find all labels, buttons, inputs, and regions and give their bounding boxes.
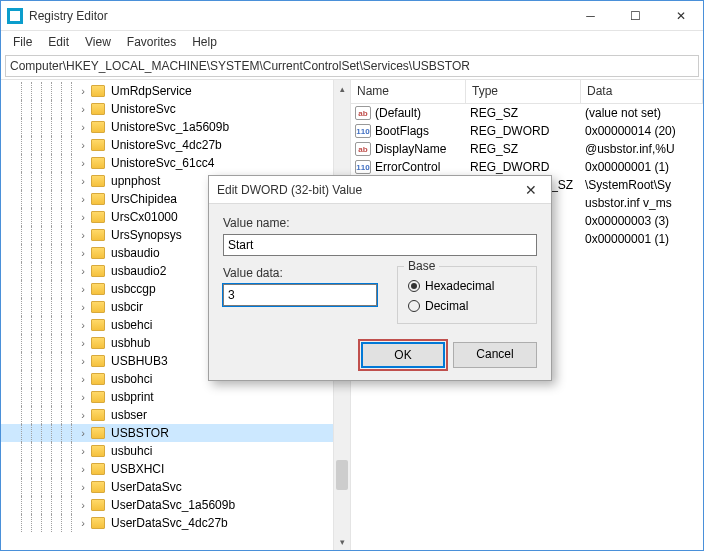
expand-icon[interactable]: › [77,391,89,403]
tree-node-usbxhci[interactable]: ›USBXHCI [1,460,350,478]
expand-icon[interactable]: › [77,319,89,331]
value-row[interactable]: 110ErrorControlREG_DWORD0x00000001 (1) [351,158,703,176]
folder-icon [91,373,105,385]
cancel-button[interactable]: Cancel [453,342,537,368]
folder-icon [91,319,105,331]
value-type: REG_DWORD [470,160,585,174]
scroll-up-icon[interactable]: ▴ [334,80,350,97]
expand-icon[interactable]: › [77,121,89,133]
value-name-input[interactable] [223,234,537,256]
value-row[interactable]: ab(Default)REG_SZ(value not set) [351,104,703,122]
value-row[interactable]: abDisplayNameREG_SZ@usbstor.inf,%U [351,140,703,158]
tree-label: usbprint [109,390,156,404]
dword-value-icon: 110 [355,124,371,138]
tree-node-userdatasvc_1a5609b[interactable]: ›UserDataSvc_1a5609b [1,496,350,514]
expand-icon[interactable]: › [77,445,89,457]
tree-label: UrsChipidea [109,192,179,206]
tree-node-usbser[interactable]: ›usbser [1,406,350,424]
edit-dword-dialog: Edit DWORD (32-bit) Value ✕ Value name: … [208,175,552,381]
expand-icon[interactable]: › [77,283,89,295]
tree-label: UnistoreSvc [109,102,178,116]
folder-icon [91,481,105,493]
tree-node-unistoresvc_1a5609b[interactable]: ›UnistoreSvc_1a5609b [1,118,350,136]
folder-icon [91,391,105,403]
menu-edit[interactable]: Edit [40,33,77,51]
tree-label: usbcir [109,300,145,314]
expand-icon[interactable]: › [77,229,89,241]
tree-node-umrdpservice[interactable]: ›UmRdpService [1,82,350,100]
tree-label: upnphost [109,174,162,188]
expand-icon[interactable]: › [77,499,89,511]
close-button[interactable]: ✕ [658,1,703,31]
folder-icon [91,85,105,97]
folder-icon [91,355,105,367]
dialog-close-icon[interactable]: ✕ [519,178,543,202]
col-header-name[interactable]: Name [351,80,466,103]
scroll-thumb[interactable] [336,460,348,490]
value-row[interactable]: 110BootFlagsREG_DWORD0x00000014 (20) [351,122,703,140]
expand-icon[interactable]: › [77,175,89,187]
menu-favorites[interactable]: Favorites [119,33,184,51]
folder-icon [91,139,105,151]
expand-icon[interactable]: › [77,373,89,385]
dialog-body: Value name: Value data: Base Hexadecimal [209,204,551,380]
tree-label: UnistoreSvc_61cc4 [109,156,216,170]
radio-hex[interactable]: Hexadecimal [408,279,526,293]
tree-label: usbuhci [109,444,154,458]
col-header-data[interactable]: Data [581,80,703,103]
expand-icon[interactable]: › [77,481,89,493]
radio-dec[interactable]: Decimal [408,299,526,313]
folder-icon [91,211,105,223]
tree-label: UrsCx01000 [109,210,180,224]
tree-node-userdatasvc_4dc27b[interactable]: ›UserDataSvc_4dc27b [1,514,350,532]
menu-view[interactable]: View [77,33,119,51]
expand-icon[interactable]: › [77,157,89,169]
tree-node-unistoresvc[interactable]: ›UnistoreSvc [1,100,350,118]
expand-icon[interactable]: › [77,517,89,529]
value-data: 0x00000003 (3) [585,214,703,228]
tree-node-userdatasvc[interactable]: ›UserDataSvc [1,478,350,496]
value-data-input[interactable] [223,284,377,306]
expand-icon[interactable]: › [77,265,89,277]
expand-icon[interactable]: › [77,409,89,421]
string-value-icon: ab [355,142,371,156]
expand-icon[interactable]: › [77,427,89,439]
folder-icon [91,337,105,349]
expand-icon[interactable]: › [77,193,89,205]
value-data: (value not set) [585,106,703,120]
tree-label: usbaudio [109,246,162,260]
tree-node-unistoresvc_4dc27b[interactable]: ›UnistoreSvc_4dc27b [1,136,350,154]
tree-label: usbser [109,408,149,422]
scroll-down-icon[interactable]: ▾ [334,533,350,550]
expand-icon[interactable]: › [77,355,89,367]
tree-label: UmRdpService [109,84,194,98]
tree-node-usbuhci[interactable]: ›usbuhci [1,442,350,460]
expand-icon[interactable]: › [77,247,89,259]
tree-label: usbccgp [109,282,158,296]
tree-node-usbstor[interactable]: ›USBSTOR [1,424,350,442]
expand-icon[interactable]: › [77,85,89,97]
menu-help[interactable]: Help [184,33,225,51]
address-bar[interactable]: Computer\HKEY_LOCAL_MACHINE\SYSTEM\Curre… [5,55,699,77]
dialog-buttons: OK Cancel [223,342,537,368]
tree-node-usbprint[interactable]: ›usbprint [1,388,350,406]
ok-button[interactable]: OK [361,342,445,368]
col-header-type[interactable]: Type [466,80,581,103]
expand-icon[interactable]: › [77,463,89,475]
folder-icon [91,517,105,529]
expand-icon[interactable]: › [77,301,89,313]
minimize-button[interactable]: ─ [568,1,613,31]
tree-label: UnistoreSvc_4dc27b [109,138,224,152]
value-name: DisplayName [375,142,470,156]
value-data: 0x00000014 (20) [585,124,703,138]
value-name-label: Value name: [223,216,537,230]
tree-node-unistoresvc_61cc4[interactable]: ›UnistoreSvc_61cc4 [1,154,350,172]
maximize-button[interactable]: ☐ [613,1,658,31]
expand-icon[interactable]: › [77,103,89,115]
expand-icon[interactable]: › [77,337,89,349]
expand-icon[interactable]: › [77,139,89,151]
menu-file[interactable]: File [5,33,40,51]
expand-icon[interactable]: › [77,211,89,223]
tree-label: UserDataSvc_4dc27b [109,516,230,530]
folder-icon [91,193,105,205]
